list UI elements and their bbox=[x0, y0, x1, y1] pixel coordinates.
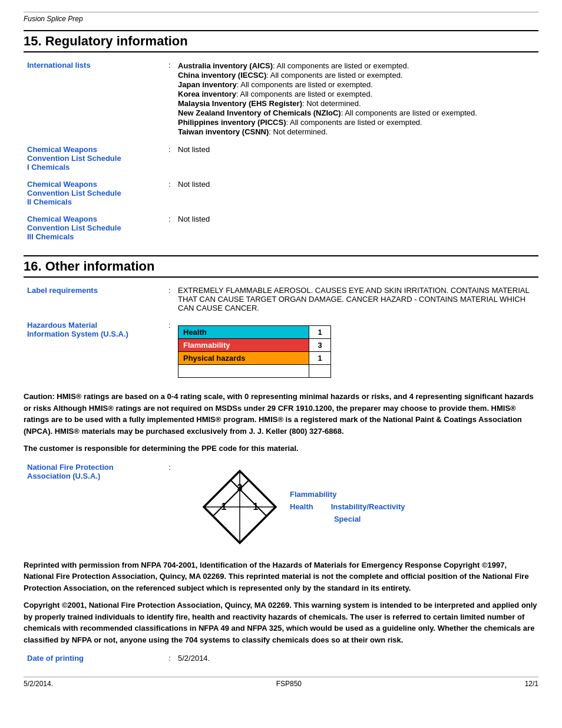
hmis-physical-row: Physical hazards 1 bbox=[178, 352, 331, 365]
section-16-heading: 16. Other information bbox=[24, 255, 538, 278]
hmis-caution: Caution: HMIS® ratings are based on a 0-… bbox=[24, 391, 538, 437]
label-requirements-table: Label requirements : EXTREMELY FLAMMABLE… bbox=[24, 284, 538, 315]
label-requirements-value: EXTREMELY FLAMMABLE AEROSOL. CAUSES EYE … bbox=[174, 284, 538, 315]
svg-text:1: 1 bbox=[222, 502, 227, 512]
hmis-value: Health 1 Flammability 3 Physical hazards… bbox=[174, 318, 538, 385]
section-16: 16. Other information Label requirements… bbox=[24, 255, 538, 665]
footer-left: 5/2/2014. bbox=[24, 680, 53, 688]
cwc2-row: Chemical Weapons Convention List Schedul… bbox=[24, 177, 538, 209]
section-15-heading: 15. Regulatory information bbox=[24, 30, 538, 52]
colon-2: : bbox=[165, 143, 174, 174]
date-printing-row: Date of printing : 5/2/2014. bbox=[24, 651, 538, 665]
date-printing-value: 5/2/2014. bbox=[174, 651, 538, 665]
colon-1: : bbox=[165, 58, 174, 139]
nfpa-health-text: Health bbox=[290, 502, 313, 511]
international-lists-label: International lists bbox=[24, 58, 165, 139]
hmis-flammability-row: Flammability 3 bbox=[178, 339, 331, 352]
hmis-physical-label: Physical hazards bbox=[178, 352, 309, 365]
colon-4: : bbox=[165, 212, 174, 243]
hmis-health-row: Health 1 bbox=[178, 326, 331, 339]
date-printing-label: Date of printing bbox=[24, 651, 165, 665]
nfpa-row: National Fire Protection Association (U.… bbox=[24, 460, 538, 554]
hmis-health-value: 1 bbox=[309, 326, 331, 339]
hmis-label: Hazardous Material Information System (U… bbox=[24, 318, 165, 385]
hmis-physical-value: 1 bbox=[309, 352, 331, 365]
cwc2-table: Chemical Weapons Convention List Schedul… bbox=[24, 177, 538, 209]
hmis-flammability-label: Flammability bbox=[178, 339, 309, 352]
cwc3-label: Chemical Weapons Convention List Schedul… bbox=[24, 212, 165, 243]
cwc1-label: Chemical Weapons Convention List Schedul… bbox=[24, 143, 165, 174]
cwc3-table: Chemical Weapons Convention List Schedul… bbox=[24, 212, 538, 243]
nfpa-value: 3 1 1 FlammabilityHealthInstability/Reac… bbox=[174, 460, 538, 554]
ppe-line: The customer is responsible for determin… bbox=[24, 443, 538, 454]
page: Fusion Splice Prep 15. Regulatory inform… bbox=[0, 0, 562, 728]
international-lists-row: International lists : Australia inventor… bbox=[24, 58, 538, 139]
label-requirements-label: Label requirements bbox=[24, 284, 165, 315]
colon-5: : bbox=[165, 284, 174, 315]
hmis-ppe-value bbox=[309, 365, 331, 378]
hmis-health-label: Health bbox=[178, 326, 309, 339]
hmis-ppe-row bbox=[178, 365, 331, 378]
nfpa-diamond-svg: 3 1 1 bbox=[201, 469, 278, 545]
hmis-ppe-label bbox=[178, 365, 309, 378]
cwc1-row: Chemical Weapons Convention List Schedul… bbox=[24, 143, 538, 174]
cwc1-table: Chemical Weapons Convention List Schedul… bbox=[24, 143, 538, 174]
colon-6: : bbox=[165, 318, 174, 385]
footer-center: FSP850 bbox=[276, 680, 302, 688]
nfpa-flammability-label: Flammability bbox=[290, 490, 405, 499]
page-footer: 5/2/2014. FSP850 12/1 bbox=[24, 677, 538, 688]
label-requirements-row: Label requirements : EXTREMELY FLAMMABLE… bbox=[24, 284, 538, 315]
nfpa-diamond-container: 3 1 1 FlammabilityHealthInstability/Reac… bbox=[201, 469, 535, 545]
date-printing-table: Date of printing : 5/2/2014. bbox=[24, 651, 538, 665]
hmis-rating-table: Health 1 Flammability 3 Physical hazards… bbox=[178, 325, 331, 378]
cwc2-value: Not listed bbox=[174, 177, 538, 209]
hmis-row: Hazardous Material Information System (U… bbox=[24, 318, 538, 385]
nfpa-special-text: Special bbox=[290, 515, 405, 523]
hmis-flammability-value: 3 bbox=[309, 339, 331, 352]
colon-7: : bbox=[165, 460, 174, 554]
hmis-table: Hazardous Material Information System (U… bbox=[24, 318, 538, 385]
document-header: Fusion Splice Prep bbox=[24, 12, 538, 25]
international-lists-value: Australia inventory (AICS): All componen… bbox=[174, 58, 538, 139]
colon-3: : bbox=[165, 177, 174, 209]
nfpa-instability-text: Instability/Reactivity bbox=[331, 502, 405, 511]
nfpa-labels-group: FlammabilityHealthInstability/Reactivity… bbox=[290, 490, 405, 523]
nfpa-label: National Fire Protection Association (U.… bbox=[24, 460, 165, 554]
section-15: 15. Regulatory information International… bbox=[24, 30, 538, 243]
cwc3-row: Chemical Weapons Convention List Schedul… bbox=[24, 212, 538, 243]
svg-text:1: 1 bbox=[253, 502, 259, 512]
nfpa-health-instability-row: HealthInstability/Reactivity bbox=[290, 502, 405, 511]
svg-text:3: 3 bbox=[237, 483, 243, 493]
document-title: Fusion Splice Prep bbox=[24, 15, 83, 23]
cwc2-label: Chemical Weapons Convention List Schedul… bbox=[24, 177, 165, 209]
nfpa-table: National Fire Protection Association (U.… bbox=[24, 460, 538, 554]
nfpa-copyright1: Reprinted with permission from NFPA 704-… bbox=[24, 559, 538, 594]
international-lists-table: International lists : Australia inventor… bbox=[24, 58, 538, 139]
nfpa-copyright2: Copyright ©2001, National Fire Protectio… bbox=[24, 599, 538, 645]
footer-right: 12/1 bbox=[525, 680, 538, 688]
cwc1-value: Not listed bbox=[174, 143, 538, 174]
cwc3-value: Not listed bbox=[174, 212, 538, 243]
colon-8: : bbox=[165, 651, 174, 665]
